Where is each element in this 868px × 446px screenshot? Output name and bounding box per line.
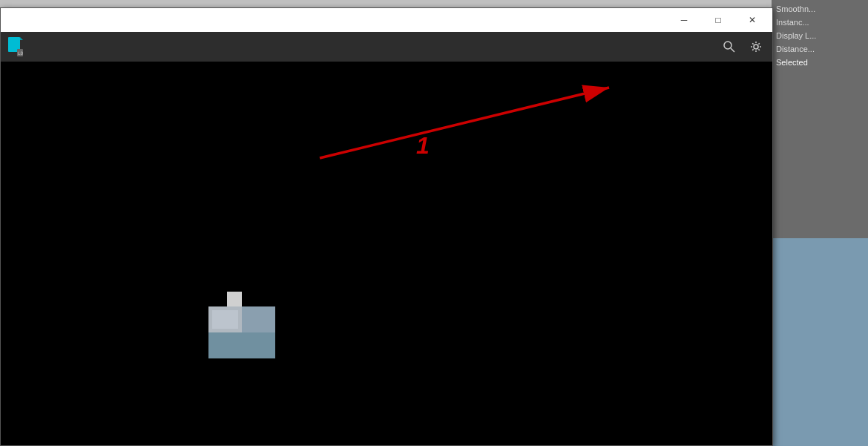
title-bar-controls: ─ □ ✕ [667, 8, 769, 32]
search-button[interactable] [719, 36, 740, 57]
svg-marker-1 [20, 37, 23, 40]
canvas-thumbnail [208, 292, 275, 358]
svg-rect-11 [212, 310, 238, 329]
right-panel-bottom-area [772, 238, 868, 446]
annotation-arrow-svg [246, 76, 661, 173]
svg-point-6 [754, 45, 758, 49]
svg-rect-10 [208, 332, 275, 358]
gear-icon [750, 41, 762, 53]
right-panel-item-distance[interactable]: Distance... [776, 43, 864, 55]
app-toolbar: LOG [1, 32, 772, 62]
svg-point-4 [724, 42, 731, 49]
logo-icon: LOG [7, 37, 23, 56]
canvas-object [208, 292, 275, 358]
svg-line-13 [320, 88, 609, 158]
close-button[interactable]: ✕ [735, 8, 769, 32]
main-window: ─ □ ✕ LOG [0, 7, 773, 446]
app-logo: LOG [7, 37, 23, 56]
right-panel-item-selected[interactable]: Selected [776, 56, 864, 68]
right-panel: Smoothn... Instanc... Display L... Dista… [772, 0, 868, 446]
settings-button[interactable] [746, 36, 766, 57]
main-canvas[interactable]: 1 [1, 62, 772, 445]
right-panel-item-instance[interactable]: Instanc... [776, 16, 864, 28]
minimize-button[interactable]: ─ [667, 8, 701, 32]
maximize-button[interactable]: □ [701, 8, 735, 32]
svg-marker-7 [227, 292, 242, 306]
svg-text:LOG: LOG [18, 50, 23, 56]
search-icon [723, 41, 735, 53]
annotation-step-number: 1 [416, 132, 430, 160]
right-panel-item-smoothness[interactable]: Smoothn... [776, 3, 864, 15]
svg-line-5 [731, 48, 734, 52]
title-bar: ─ □ ✕ [1, 8, 772, 32]
right-panel-item-display-level[interactable]: Display L... [776, 30, 864, 42]
